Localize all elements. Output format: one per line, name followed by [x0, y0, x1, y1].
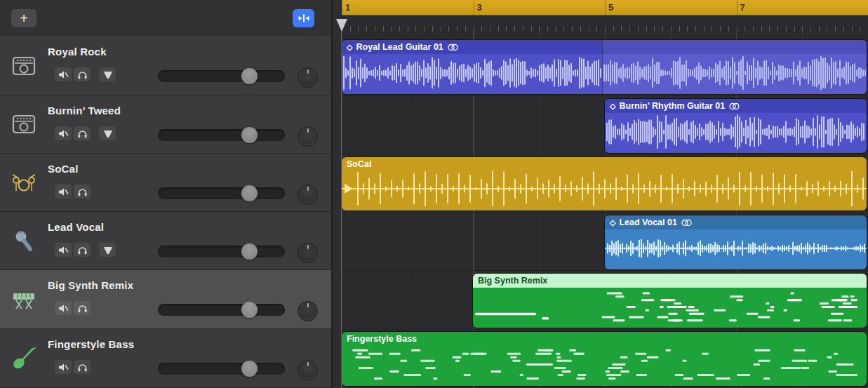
- midi-notes: [473, 288, 867, 326]
- stereo-circles-icon: [447, 44, 459, 51]
- headphones-icon: [77, 187, 88, 196]
- volume-slider-thumb[interactable]: [241, 185, 258, 201]
- track-header-collapse-button[interactable]: [293, 9, 314, 27]
- mute-speaker-icon: [58, 187, 69, 196]
- volume-slider[interactable]: [158, 246, 285, 257]
- bar-number: 7: [740, 2, 745, 13]
- solo-button[interactable]: [74, 301, 91, 315]
- region-burnin-rhythm-guitar-01[interactable]: ◇ Burnin’ Rhythm Guitar 01: [605, 99, 867, 153]
- ruler-cell: 3: [474, 0, 606, 15]
- solo-button[interactable]: [74, 126, 91, 140]
- solo-button[interactable]: [74, 67, 91, 81]
- beat-ruler[interactable]: 1 3 5 7: [342, 0, 868, 15]
- track-row-burnin-tweed[interactable]: Burnin’ Tweed: [0, 95, 331, 154]
- headphones-icon: [77, 363, 88, 372]
- playhead-line: [341, 32, 342, 388]
- vocal-waveform: [605, 229, 867, 267]
- bar-number: 5: [608, 2, 613, 13]
- volume-slider-thumb[interactable]: [241, 361, 258, 377]
- volume-slider-thumb[interactable]: [241, 127, 258, 143]
- region-header: Big Synth Remix: [473, 274, 867, 288]
- loop-boundary: [602, 40, 603, 94]
- headphones-icon: [77, 304, 88, 313]
- volume-slider[interactable]: [158, 363, 285, 375]
- mute-button[interactable]: [55, 185, 72, 199]
- drummer-waveform: [342, 170, 867, 208]
- pan-knob[interactable]: [298, 301, 318, 321]
- track-name: Big Synth Remix: [48, 279, 133, 291]
- microphone-icon: [10, 229, 38, 253]
- follow-tempo-icon: ◇: [610, 219, 615, 227]
- track-name: SoCal: [48, 163, 79, 175]
- pan-knob[interactable]: [298, 67, 318, 88]
- region-label: Lead Vocal 01: [619, 218, 676, 227]
- mute-speaker-icon: [58, 304, 69, 313]
- ruler-cell: 5: [605, 0, 737, 15]
- pan-knob[interactable]: [298, 243, 318, 263]
- region-label: Royal Lead Guitar 01: [356, 42, 443, 52]
- mute-button[interactable]: [55, 67, 72, 81]
- drum-kit-icon: [10, 171, 38, 194]
- guitar-amp-icon: [10, 113, 38, 135]
- mute-button[interactable]: [55, 243, 72, 257]
- track-name: Burnin’ Tweed: [48, 105, 121, 116]
- headphones-icon: [77, 70, 88, 79]
- mute-speaker-icon: [58, 246, 69, 255]
- track-name: Lead Vocal: [48, 221, 104, 233]
- lane-separator: [342, 212, 868, 213]
- solo-button[interactable]: [74, 243, 91, 257]
- region-header: ◇ Lead Vocal 01: [605, 215, 867, 229]
- input-monitor-icon: [102, 129, 113, 138]
- region-big-synth-remix[interactable]: Big Synth Remix: [473, 274, 867, 328]
- volume-slider[interactable]: [158, 304, 285, 316]
- volume-slider-thumb[interactable]: [241, 302, 258, 318]
- ruler-cell: 7: [737, 0, 868, 15]
- volume-slider-thumb[interactable]: [241, 243, 258, 260]
- region-header: ◇ Burnin’ Rhythm Guitar 01: [605, 99, 867, 113]
- headphones-icon: [77, 246, 88, 255]
- track-row-big-synth-remix[interactable]: Big Synth Remix: [0, 270, 331, 329]
- track-row-royal-rock[interactable]: Royal Rock: [0, 36, 331, 95]
- region-lead-vocal-01[interactable]: ◇ Lead Vocal 01: [605, 215, 867, 269]
- mute-button[interactable]: [55, 126, 72, 140]
- ruler-ticks[interactable]: [342, 15, 868, 32]
- solo-button[interactable]: [74, 185, 91, 199]
- volume-slider[interactable]: [158, 70, 285, 82]
- collapse-arrows-icon: [298, 13, 310, 24]
- track-name: Royal Rock: [48, 46, 107, 58]
- mute-button[interactable]: [55, 360, 72, 374]
- track-row-lead-vocal[interactable]: Lead Vocal: [0, 212, 331, 270]
- audio-waveform: [342, 54, 602, 92]
- region-fingerstyle-bass[interactable]: Fingerstyle Bass: [342, 332, 867, 386]
- follow-tempo-icon: ◇: [347, 44, 352, 51]
- region-header: SoCal: [342, 157, 867, 171]
- region-header: Fingerstyle Bass: [342, 332, 867, 346]
- pan-knob[interactable]: [298, 126, 318, 147]
- volume-slider[interactable]: [158, 129, 285, 141]
- region-royal-lead-guitar-01[interactable]: ◇ Royal Lead Guitar 01: [342, 40, 867, 94]
- input-monitor-button[interactable]: [99, 67, 116, 81]
- volume-slider-thumb[interactable]: [241, 68, 258, 84]
- guitar-amp-icon: [10, 55, 38, 77]
- region-socal-drummer[interactable]: SoCal: [342, 157, 867, 210]
- ruler-cell: 1: [342, 0, 474, 15]
- stereo-circles-icon: [681, 219, 693, 227]
- input-monitor-button[interactable]: [99, 243, 116, 257]
- add-track-button[interactable]: +: [11, 9, 36, 27]
- volume-slider[interactable]: [158, 187, 285, 199]
- lane-separator: [342, 270, 868, 271]
- track-row-socal[interactable]: SoCal: [0, 154, 331, 212]
- lane-separator: [342, 329, 868, 330]
- input-monitor-button[interactable]: [99, 126, 116, 140]
- header-timeline-divider[interactable]: [331, 0, 342, 388]
- stereo-circles-icon: [728, 102, 740, 110]
- pan-knob[interactable]: [298, 185, 318, 205]
- synthesizer-icon: [10, 288, 38, 311]
- pan-knob[interactable]: [298, 360, 318, 380]
- lane-separator: [342, 154, 868, 154]
- track-row-fingerstyle-bass[interactable]: Fingerstyle Bass: [0, 329, 331, 388]
- track-header-sidebar: + Royal Rock: [0, 0, 331, 388]
- mute-button[interactable]: [55, 301, 72, 315]
- region-label: Fingerstyle Bass: [347, 334, 417, 344]
- solo-button[interactable]: [74, 360, 91, 374]
